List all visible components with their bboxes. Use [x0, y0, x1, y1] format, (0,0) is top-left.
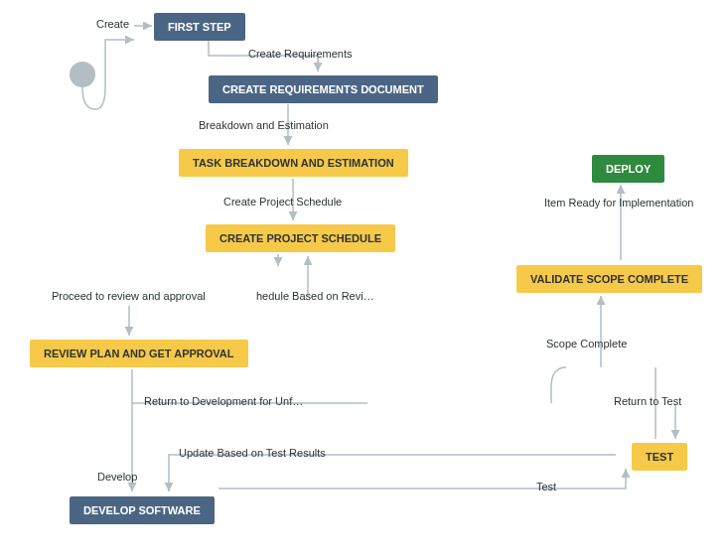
edge-label-schedule-review: hedule Based on Revi…	[256, 290, 374, 302]
node-test[interactable]: TEST	[632, 443, 687, 471]
node-first-step[interactable]: FIRST STEP	[154, 13, 245, 41]
edge-label-item-ready: Item Ready for Implementation	[544, 197, 693, 209]
edge-label-test: Test	[536, 481, 556, 492]
edge-label-scope-complete: Scope Complete	[546, 338, 627, 350]
start-node	[70, 62, 95, 87]
edge-label-return-dev: Return to Development for Unf…	[144, 395, 303, 407]
node-review-plan[interactable]: REVIEW PLAN AND GET APPROVAL	[30, 340, 248, 367]
edge-label-create-requirements: Create Requirements	[248, 48, 353, 60]
edge-label-develop: Develop	[97, 471, 137, 483]
edge-label-return-test: Return to Test	[614, 395, 681, 407]
node-deploy[interactable]: DEPLOY	[592, 155, 664, 183]
edge-label-update-test: Update Based on Test Results	[179, 447, 326, 459]
node-create-req-doc[interactable]: CREATE REQUIREMENTS DOCUMENT	[209, 75, 438, 103]
node-create-schedule[interactable]: CREATE PROJECT SCHEDULE	[206, 224, 395, 252]
node-validate-scope[interactable]: VALIDATE SCOPE COMPLETE	[516, 265, 702, 293]
edge-label-create: Create	[96, 18, 129, 30]
node-develop-software[interactable]: DEVELOP SOFTWARE	[70, 496, 215, 524]
edge-label-breakdown: Breakdown and Estimation	[199, 119, 329, 131]
node-task-breakdown[interactable]: TASK BREAKDOWN AND ESTIMATION	[179, 149, 408, 177]
edge-label-proceed-review: Proceed to review and approval	[52, 290, 206, 302]
edge-label-create-schedule: Create Project Schedule	[223, 196, 342, 208]
